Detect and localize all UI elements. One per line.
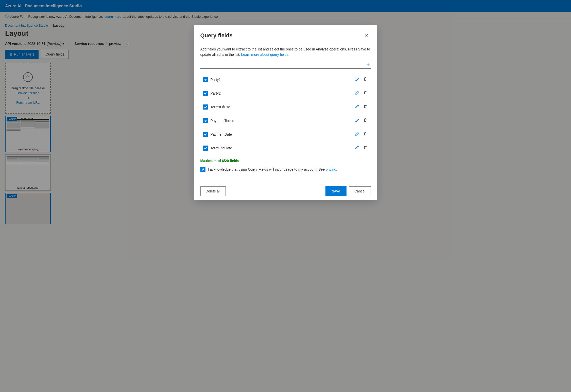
edit-termsofuse-button[interactable] [354,103,360,111]
field-name-termsofuse: TermsOfUse [211,105,352,109]
field-item-paymentdate: PaymentDate [200,128,371,141]
pricing-link[interactable]: pricing [326,167,336,171]
edit-party1-button[interactable] [354,76,360,83]
delete-paymentterms-button[interactable] [362,117,368,124]
footer-right: Save Cancel [325,186,371,196]
acknowledge-row: I acknowledge that using Query Fields wi… [200,167,371,172]
field-name-termenddate: TermEndDate [211,146,352,150]
field-actions-party2 [354,90,368,97]
field-checkbox-paymentterms[interactable] [203,118,208,123]
field-actions-paymentdate [354,131,368,138]
save-button[interactable]: Save [325,186,347,196]
field-actions-party1 [354,76,368,83]
field-item-paymentterms: PaymentTerms [200,114,371,127]
field-checkbox-termsofuse[interactable] [203,104,208,110]
delete-termenddate-button[interactable] [362,145,368,152]
field-checkbox-paymentdate[interactable] [203,132,208,137]
delete-party1-button[interactable] [362,76,368,83]
field-checkbox-termenddate[interactable] [203,146,208,151]
field-item-party2: Party2 [200,87,371,100]
delete-party2-button[interactable] [362,90,368,97]
edit-paymentdate-button[interactable] [354,131,360,138]
modal-description: Add fields you want to extract to the li… [200,47,371,57]
add-field-button[interactable]: + [366,62,371,67]
field-actions-termenddate [354,145,368,152]
modal-header: Query fields ✕ [194,25,377,43]
acknowledge-text: I acknowledge that using Query Fields wi… [208,167,337,171]
edit-paymentterms-button[interactable] [354,117,360,124]
add-field-input[interactable] [200,61,366,67]
field-item-termenddate: TermEndDate [200,141,371,155]
acknowledge-checkbox[interactable] [200,167,205,172]
plus-icon: + [367,62,370,67]
query-fields-modal: Query fields ✕ Add fields you want to ex… [194,25,377,200]
delete-paymentdate-button[interactable] [362,131,368,138]
field-checkbox-party1[interactable] [203,77,208,82]
modal-overlay: Query fields ✕ Add fields you want to ex… [0,0,571,392]
field-name-paymentterms: PaymentTerms [211,119,352,123]
close-icon: ✕ [365,33,369,38]
field-name-party1: Party1 [211,78,352,82]
field-actions-termsofuse [354,103,368,111]
field-item-termsofuse: TermsOfUse [200,100,371,114]
add-field-row: + [200,61,371,69]
field-name-party2: Party2 [211,91,352,95]
edit-party2-button[interactable] [354,90,360,97]
learn-more-query-link[interactable]: Learn more about query fields. [241,52,289,57]
modal-title: Query fields [200,32,233,39]
modal-close-button[interactable]: ✕ [363,31,371,40]
max-fields-note: Maximum of 6/20 fields [200,159,371,163]
field-checkbox-party2[interactable] [203,91,208,96]
edit-termenddate-button[interactable] [354,145,360,152]
field-item-party1: Party1 [200,73,371,86]
delete-all-button[interactable]: Delete all [200,186,226,196]
cancel-button[interactable]: Cancel [349,186,371,196]
modal-footer: Delete all Save Cancel [194,182,377,200]
modal-body: Add fields you want to extract to the li… [194,43,377,182]
field-actions-paymentterms [354,117,368,124]
field-name-paymentdate: PaymentDate [211,132,352,136]
fields-list: Party1 [200,73,371,155]
delete-termsofuse-button[interactable] [362,103,368,111]
